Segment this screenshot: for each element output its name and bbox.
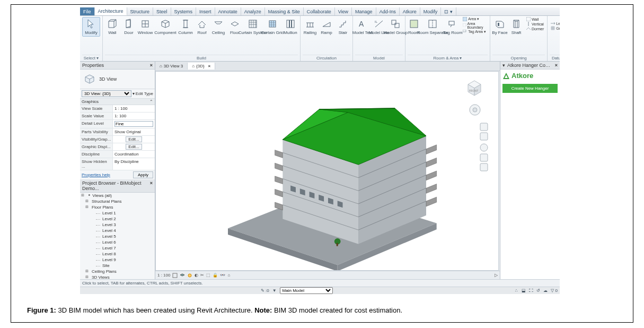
tab-view[interactable]: View	[335, 7, 352, 15]
browser-level-item[interactable]: Level 4	[89, 228, 155, 234]
property-value[interactable]: Edit...	[113, 136, 155, 143]
wall-opening-button[interactable]: Wall	[525, 17, 545, 21]
edit-type-button[interactable]: ▾ Edit Type	[133, 91, 153, 96]
browser-level-item[interactable]: Level 2	[89, 216, 155, 222]
tab-structure[interactable]: Structure	[127, 7, 154, 15]
shaft-button[interactable]: Shaft	[509, 17, 524, 37]
tab-massing-site[interactable]: Massing & Site	[265, 7, 304, 15]
cloud-icon[interactable]: ☁	[543, 288, 548, 293]
temp-hide-control[interactable]: 👓	[220, 273, 225, 278]
design-options-icon[interactable]: ⬓	[522, 288, 526, 293]
tab-extras[interactable]: ⊡ ▾	[441, 7, 456, 15]
column-button[interactable]: Column	[178, 17, 193, 37]
tab-analyze[interactable]: Analyze	[241, 7, 265, 15]
model-text-button[interactable]: AModel Text	[355, 17, 370, 37]
close-view-tab-icon[interactable]: ×	[208, 64, 211, 68]
close-atkore-icon[interactable]: ×	[555, 63, 558, 68]
filter-selection-icon[interactable]: ▽ 0	[551, 288, 558, 293]
browser-structural-plans[interactable]: Structural Plans	[84, 198, 155, 204]
sync-icon[interactable]: ↺	[536, 288, 540, 293]
editable-only-icon[interactable]: ⛶	[529, 288, 533, 293]
property-value[interactable]: Edit...	[113, 143, 155, 150]
roof-button[interactable]: Roof	[195, 17, 209, 37]
property-value[interactable]: 1 : 100	[113, 105, 155, 112]
project-browser-tree[interactable]: ⚬ Views (all) Structural Plans Floor Pla…	[80, 193, 155, 279]
dormer-button[interactable]: Dormer	[525, 27, 545, 31]
property-input[interactable]	[114, 121, 153, 127]
filter-icon[interactable]: ▼	[272, 288, 277, 293]
browser-level-item[interactable]: Level 5	[89, 234, 155, 239]
close-properties-icon[interactable]: ×	[150, 63, 153, 68]
tab-steel[interactable]: Steel	[153, 7, 171, 15]
browser-level-item[interactable]: Level 8	[89, 251, 155, 257]
property-value[interactable]: Coordination	[113, 151, 155, 158]
browser-level-item[interactable]: Level 3	[89, 222, 155, 228]
browser-3d-views[interactable]: 3D Views	[84, 274, 155, 279]
properties-type-header[interactable]: 3D View	[80, 70, 155, 89]
reveal-control[interactable]: ⌂	[227, 273, 230, 278]
level-button[interactable]: Level	[550, 21, 560, 25]
shadows-control[interactable]: ◐	[195, 273, 198, 278]
tab-manage[interactable]: Manage	[352, 7, 376, 15]
selection-count-icon[interactable]: ✎ :0	[261, 288, 269, 293]
by-face-button[interactable]: By Face	[492, 17, 507, 37]
view-tab-3d[interactable]: ⌂{3D}×	[188, 63, 215, 70]
browser-floor-plans[interactable]: Floor Plans	[84, 204, 155, 210]
apply-button[interactable]: Apply	[133, 171, 153, 178]
ceiling-button[interactable]: Ceiling	[211, 17, 226, 37]
curtain-system-button[interactable]: Curtain System	[244, 17, 262, 37]
property-value[interactable]: 1: 100	[113, 113, 155, 119]
component-button[interactable]: Component	[154, 17, 177, 37]
tab-file[interactable]: File	[80, 7, 95, 15]
tab-annotate[interactable]: Annotate	[215, 7, 241, 15]
browser-root[interactable]: ⚬ Views (all)	[80, 193, 155, 198]
show-crop-control[interactable]: ⬚	[206, 273, 210, 278]
view-scroll-right[interactable]: ▷	[495, 273, 498, 278]
crop-view-control[interactable]: ✂	[200, 273, 204, 278]
mullion-button[interactable]: Mullion	[283, 17, 298, 37]
lock-view-control[interactable]: 🔒	[213, 273, 218, 278]
main-model-selector[interactable]: Main Model	[280, 287, 333, 294]
wall-button[interactable]: Wall	[105, 17, 120, 37]
worksets-icon[interactable]: ⛬	[514, 288, 518, 293]
view-scale[interactable]: 1 : 100	[157, 273, 170, 278]
tab-systems[interactable]: Systems	[171, 7, 197, 15]
tab-architecture[interactable]: Architecture	[95, 7, 127, 15]
3d-viewport-canvas[interactable]: FRONT	[155, 71, 499, 271]
property-value[interactable]	[113, 120, 155, 128]
view-tab-3dview3[interactable]: ⌂3D View 3	[155, 63, 188, 70]
tab-addins[interactable]: Add-Ins	[376, 7, 400, 15]
browser-level-item[interactable]: Level 9	[89, 257, 155, 263]
steering-wheel[interactable]	[469, 103, 481, 116]
door-button[interactable]: Door	[121, 17, 136, 37]
tag-room-button[interactable]: Tag Room	[445, 17, 460, 37]
property-value[interactable]: Show Original	[113, 128, 155, 135]
browser-level-item[interactable]: Site	[89, 263, 155, 269]
window-button[interactable]: Window	[138, 17, 153, 37]
property-edit-button[interactable]: Edit...	[126, 144, 142, 150]
sun-path-control[interactable]	[187, 273, 192, 278]
ramp-button[interactable]: Ramp	[319, 17, 334, 37]
area-button[interactable]: Area ▾	[462, 17, 488, 21]
railing-button[interactable]: Railing	[303, 17, 317, 37]
browser-level-item[interactable]: Level 1	[89, 210, 155, 216]
viewcube[interactable]: FRONT	[461, 75, 488, 101]
grid-button[interactable]: Grid	[550, 26, 560, 30]
navigation-bar[interactable]	[479, 122, 489, 186]
room-separator-button[interactable]: Room Separator	[421, 17, 444, 37]
tab-collaborate[interactable]: Collaborate	[304, 7, 335, 15]
visual-style-control[interactable]	[180, 273, 185, 278]
property-value[interactable]: By Discipline	[113, 158, 155, 170]
browser-level-item[interactable]: Level 7	[89, 245, 155, 251]
detail-level-control[interactable]	[172, 273, 178, 278]
close-browser-icon[interactable]: ×	[150, 180, 153, 191]
tag-area-button[interactable]: Tag Area ▾	[462, 30, 488, 34]
modify-button[interactable]: Modify	[82, 17, 100, 37]
browser-ceiling-plans[interactable]: Ceiling Plans	[84, 269, 155, 274]
curtain-grid-button[interactable]: Curtain Grid	[263, 17, 281, 37]
area-boundary-button[interactable]: Area Boundary	[462, 22, 488, 29]
properties-help-link[interactable]: Properties help	[80, 171, 112, 179]
model-group-button[interactable]: Model Group	[388, 17, 403, 37]
type-selector[interactable]: 3D View: {3D}	[82, 90, 131, 97]
browser-level-item[interactable]: Level 6	[89, 239, 155, 245]
